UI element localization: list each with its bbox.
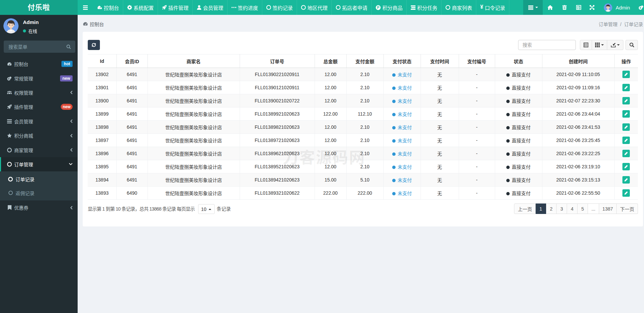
svg-text:P: P <box>377 5 379 9</box>
